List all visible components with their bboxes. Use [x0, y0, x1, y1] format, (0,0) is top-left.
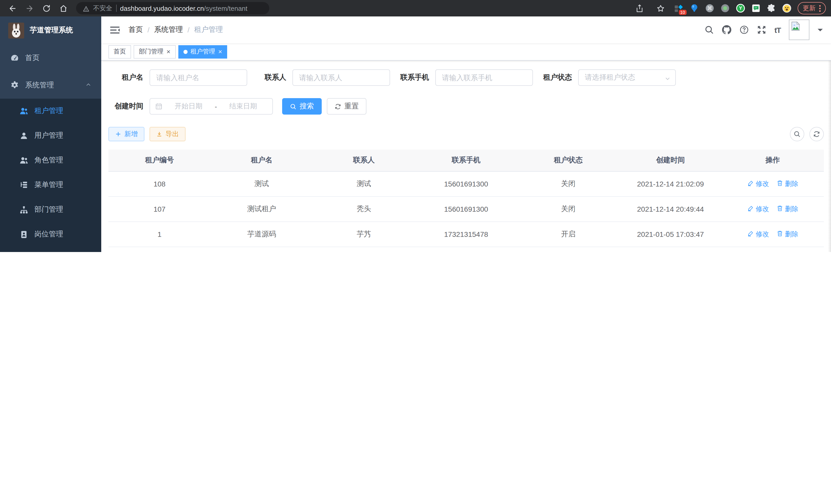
status-placeholder: 请选择租户状态 — [585, 73, 635, 82]
share-icon[interactable] — [632, 4, 647, 12]
breadcrumb-home[interactable]: 首页 — [128, 25, 143, 34]
tab-home[interactable]: 首页 — [109, 45, 131, 58]
url-divider — [116, 5, 116, 12]
sidebar-item-dept[interactable]: 部门管理 — [0, 197, 101, 222]
status-select[interactable]: 请选择租户状态 — [578, 69, 676, 86]
contact-label: 联系人 — [251, 73, 286, 82]
post-icon — [20, 230, 28, 239]
browser-forward-icon[interactable] — [22, 4, 37, 12]
puzzle-extensions-icon[interactable] — [767, 4, 776, 13]
yudao-extension-icon[interactable]: Y — [736, 4, 745, 13]
dashboard-icon — [10, 53, 19, 62]
breadcrumb-separator: / — [147, 26, 149, 34]
close-tab-icon[interactable]: × — [218, 48, 222, 55]
delete-link[interactable]: 删除 — [776, 230, 798, 239]
column-header: 联系手机 — [415, 149, 517, 171]
bookmark-star-icon[interactable] — [653, 4, 668, 12]
fullscreen-icon[interactable] — [757, 25, 766, 34]
edit-label: 修改 — [756, 205, 769, 214]
address-bar[interactable]: 不安全 dashboard.yudao.iocoder.cn/system/te… — [76, 2, 269, 14]
browser-home-icon[interactable] — [56, 4, 71, 12]
tenant-name-input[interactable] — [149, 69, 247, 86]
sidebar-item-menu[interactable]: 菜单管理 — [0, 173, 101, 197]
contact-input[interactable] — [292, 69, 390, 86]
recorder-extension-icon[interactable] — [720, 4, 730, 13]
profile-avatar-icon[interactable] — [782, 4, 792, 13]
cell-id: 107 — [109, 197, 211, 222]
add-button[interactable]: 新增 — [109, 127, 144, 141]
browser-back-icon[interactable] — [5, 4, 20, 12]
sidebar-logo[interactable]: 芋道管理系统 — [0, 17, 101, 44]
delete-icon — [776, 205, 783, 213]
export-button[interactable]: 导出 — [149, 127, 185, 141]
tab-tenant[interactable]: 租户管理× — [178, 45, 227, 58]
refresh-table-button[interactable] — [809, 127, 824, 141]
cell-name: 测试 — [211, 171, 313, 197]
show-search-button[interactable] — [790, 127, 804, 141]
svg-text:Y: Y — [739, 6, 742, 11]
github-icon[interactable] — [722, 25, 731, 34]
edit-icon — [747, 180, 754, 188]
edit-link[interactable]: 修改 — [747, 205, 769, 214]
delete-label: 删除 — [785, 179, 798, 188]
sidebar-toggle-icon[interactable] — [105, 24, 124, 35]
search-button[interactable]: 搜索 — [282, 98, 322, 115]
chrome-update-menu[interactable]: 更新 — [798, 2, 826, 14]
date-range-input[interactable]: 开始日期 - 结束日期 — [149, 98, 273, 115]
table-header-row: 租户编号租户名联系人联系手机租户状态创建时间操作 — [109, 149, 824, 171]
avatar-caret-icon[interactable] — [818, 29, 823, 34]
mobile-input[interactable] — [435, 69, 533, 86]
cell-contact: 秃头 — [313, 197, 415, 222]
search-icon — [290, 103, 296, 110]
cell-status: 开启 — [517, 222, 620, 247]
sidebar-item-tenant[interactable]: 租户管理 — [0, 99, 101, 123]
extension-grid-icon[interactable]: 10 — [674, 4, 684, 13]
sidebar-item-dict[interactable]: 字典管理 — [0, 246, 101, 252]
sidebar-item-label: 首页 — [25, 53, 39, 62]
reset-button[interactable]: 重置 — [327, 98, 366, 115]
app: 芋道管理系统 首页系统管理租户管理用户管理角色管理菜单管理部门管理岗位管理字典管… — [0, 17, 831, 252]
close-tab-icon[interactable]: × — [167, 48, 170, 55]
command-extension-icon[interactable]: ⌘ — [705, 4, 714, 13]
filter-tenant-name: 租户名 — [109, 69, 247, 86]
font-size-icon[interactable]: tT — [774, 25, 781, 34]
navbar-actions: tT — [705, 20, 823, 40]
sidebar-item-system[interactable]: 系统管理 — [0, 71, 101, 99]
edit-icon — [747, 205, 754, 213]
table-toolbar: 新增 导出 — [109, 127, 824, 141]
balloon-extension-icon[interactable] — [690, 4, 699, 13]
user-avatar[interactable] — [789, 20, 809, 40]
chevron-down-icon — [664, 75, 671, 81]
delete-link[interactable]: 删除 — [776, 179, 798, 188]
browser-actions: 10 ⌘ Y 更新 — [632, 2, 826, 14]
plus-icon — [115, 131, 121, 137]
sidebar-item-home[interactable]: 首页 — [0, 44, 101, 71]
edit-link[interactable]: 修改 — [747, 179, 769, 188]
header-search-icon[interactable] — [705, 25, 714, 34]
app-title: 芋道管理系统 — [30, 26, 73, 35]
chat-extension-icon[interactable] — [751, 4, 761, 13]
edit-link[interactable]: 修改 — [747, 230, 769, 239]
sidebar-item-role[interactable]: 角色管理 — [0, 148, 101, 173]
help-icon[interactable] — [740, 25, 749, 34]
cell-status: 关闭 — [517, 171, 620, 197]
delete-link[interactable]: 删除 — [776, 205, 798, 214]
cell-id: 108 — [109, 171, 211, 197]
sidebar-item-user[interactable]: 用户管理 — [0, 123, 101, 148]
sidebar-item-post[interactable]: 岗位管理 — [0, 222, 101, 246]
tags-view: 首页部门管理×租户管理× — [101, 43, 831, 61]
table-row: 107测试租户秃头15601691300关闭2021-12-14 20:49:4… — [109, 197, 824, 222]
tab-dept[interactable]: 部门管理× — [134, 45, 175, 58]
update-label: 更新 — [803, 4, 815, 12]
filter-row-2: 创建时间 开始日期 - 结束日期 搜索 重置 — [109, 98, 824, 115]
menu-tree-icon — [20, 181, 28, 189]
cell-created: 2021-12-14 21:02:09 — [619, 171, 721, 197]
browser-reload-icon[interactable] — [39, 4, 54, 12]
cell-contact: 芋艿 — [313, 222, 415, 247]
breadcrumb-system[interactable]: 系统管理 — [154, 25, 183, 34]
column-header: 租户编号 — [109, 149, 211, 171]
column-header: 联系人 — [313, 149, 415, 171]
sidebar-item-label: 租户管理 — [34, 106, 63, 116]
filter-status: 租户状态 请选择租户状态 — [537, 69, 676, 86]
filter-contact: 联系人 — [251, 69, 390, 86]
